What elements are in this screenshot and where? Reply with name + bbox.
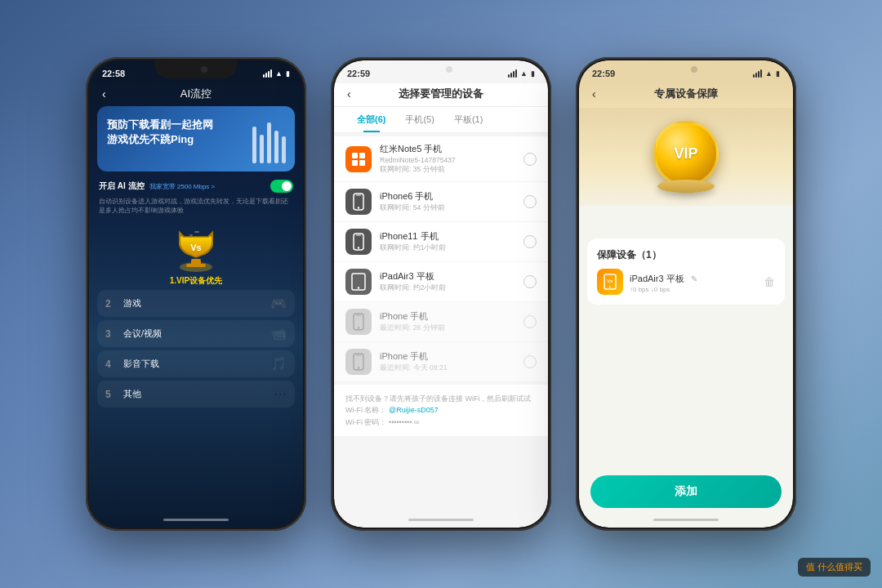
svg-point-24 [358, 327, 359, 328]
tab-phone[interactable]: 手机(5) [395, 107, 443, 132]
priority-item-3[interactable]: 4 影音下载 🎵 [97, 350, 295, 377]
priority-text-4: 其他 [123, 388, 265, 400]
time-1: 22:58 [102, 69, 125, 78]
guarantee-device-info: iPadAir3 平板 ✎ ↑0 bps ↓0 bps [630, 270, 757, 293]
svg-rect-0 [252, 127, 256, 163]
status-icons-2: ▲ ▮ [508, 69, 535, 78]
guarantee-device-name: iPadAir3 平板 ✎ [630, 270, 757, 285]
back-button-2[interactable]: ‹ [347, 87, 351, 100]
signal-icon-3 [753, 69, 762, 78]
svg-rect-13 [352, 160, 358, 166]
svg-text:Vs: Vs [190, 243, 201, 252]
signal-icon-1 [263, 69, 272, 78]
device-info-iphone6: iPhone6 手机 联网时间: 54 分钟前 [380, 190, 515, 213]
svg-rect-9 [189, 234, 193, 236]
device-name-xiaomi: 红米Note5 手机 [380, 143, 515, 155]
svg-rect-28 [356, 355, 361, 356]
priority-num-3: 4 [105, 359, 115, 370]
svg-point-27 [358, 367, 359, 368]
device-item-xiaomi[interactable]: 红米Note5 手机 RedmiNote5-147875437 联网时间: 35… [334, 136, 548, 181]
tab-tablet[interactable]: 平板(1) [444, 107, 492, 132]
home-indicator-2 [408, 519, 474, 521]
priority-item-1[interactable]: 2 游戏 🎮 [97, 290, 295, 317]
vip-coin-container: VIP [653, 121, 719, 193]
phone3-header: ‹ 专属设备保障 [579, 83, 793, 108]
device-item-iphone-off1[interactable]: iPhone 手机 最近时间: 26 分钟前 [334, 302, 548, 341]
priority-icon-1: 🎮 [270, 296, 287, 311]
toggle-row: 开启 AI 流控 我家宽带 2500 Mbps > [89, 176, 303, 196]
phone3-title: 专属设备保障 [654, 87, 718, 101]
device-info-iphone-off1: iPhone 手机 最近时间: 26 分钟前 [380, 310, 515, 333]
svg-point-30 [609, 287, 611, 288]
device-checkbox-xiaomi[interactable] [523, 153, 537, 166]
svg-rect-10 [194, 231, 199, 233]
notch-1 [155, 60, 237, 78]
device-sub2-xiaomi: 联网时间: 35 分钟前 [380, 165, 515, 175]
priority-text-1: 游戏 [123, 297, 262, 310]
device-item-iphone-off2[interactable]: iPhone 手机 最近时间: 今天 09:21 [334, 342, 548, 381]
device-item-iphone11[interactable]: iPhone11 手机 联网时间: 约1小时前 [334, 222, 548, 261]
device-list: 红米Note5 手机 RedmiNote5-147875437 联网时间: 35… [334, 133, 548, 439]
device-icon-iphone11 [345, 229, 372, 255]
phone2-screen: 22:59 ▲ ▮ ‹ 选择要管理的设备 全部(6) [334, 60, 548, 528]
device-checkbox-iphone-off1[interactable] [523, 315, 537, 328]
back-button-3[interactable]: ‹ [592, 87, 596, 100]
banner-music-icon [247, 118, 288, 159]
tab-all[interactable]: 全部(6) [347, 107, 395, 132]
svg-rect-20 [356, 235, 361, 236]
signal-icon-2 [508, 69, 517, 78]
phone-3: 22:59 ▲ ▮ ‹ 专属设备保障 [576, 57, 796, 531]
device-sub-iphone11: 联网时间: 约1小时前 [380, 243, 515, 253]
device-checkbox-iphone-off2[interactable] [523, 355, 537, 368]
home-indicator-3 [653, 519, 719, 521]
device-info-iphone11: iPhone11 手机 联网时间: 约1小时前 [380, 230, 515, 253]
device-info-iphone-off2: iPhone 手机 最近时间: 今天 09:21 [380, 350, 515, 373]
svg-rect-4 [282, 136, 286, 163]
notch-2 [400, 60, 482, 78]
priority-item-2[interactable]: 3 会议/视频 📹 [97, 320, 295, 347]
device-checkbox-iphone6[interactable] [523, 195, 537, 208]
battery-icon-3: ▮ [776, 69, 780, 78]
delete-button[interactable]: 🗑 [764, 275, 775, 288]
priority-text-3: 影音下载 [123, 358, 262, 370]
device-item-iphone6[interactable]: iPhone6 手机 联网时间: 54 分钟前 [334, 182, 548, 221]
edit-icon[interactable]: ✎ [691, 274, 697, 283]
svg-rect-14 [359, 160, 365, 166]
device-sub1-xiaomi: RedmiNote5-147875437 [380, 156, 515, 164]
svg-rect-2 [267, 122, 271, 163]
priority-num-2: 3 [105, 328, 115, 340]
device-checkbox-iphone11[interactable] [523, 235, 537, 248]
footer-pass-label: Wi-Fi 密码： [345, 418, 387, 426]
back-button-1[interactable]: ‹ [102, 87, 106, 100]
vip-hero-section: VIP [579, 108, 793, 206]
device-name-iphone11: iPhone11 手机 [380, 230, 515, 243]
svg-rect-7 [186, 264, 206, 267]
home-indicator-1 [163, 519, 229, 521]
toggle-label: 开启 AI 流控 [99, 180, 145, 192]
svg-rect-11 [352, 153, 358, 158]
priority-icon-2: 📹 [270, 326, 287, 341]
device-footer: 找不到设备？请先将孩子的设备连接 WiFi，然后刷新试试 Wi-Fi 名称： @… [334, 385, 548, 436]
guarantee-title: 保障设备（1） [597, 248, 775, 262]
wifi-icon-2: ▲ [520, 69, 528, 78]
ai-toggle[interactable] [270, 180, 293, 193]
toggle-sub: 我家宽带 2500 Mbps > [149, 182, 265, 191]
vip-coin-label: VIP [674, 145, 697, 163]
device-icon-iphone6 [345, 189, 372, 215]
priority-text-2: 会议/视频 [123, 327, 262, 340]
phone1-screen: 22:58 ▲ ▮ ‹ AI流控 预防下载看剧 [89, 60, 303, 528]
device-item-ipad[interactable]: iPadAir3 平板 联网时间: 约2小时前 [334, 262, 548, 301]
device-sub-iphone6: 联网时间: 54 分钟前 [380, 203, 515, 213]
add-device-button[interactable]: 添加 [590, 475, 782, 508]
svg-rect-3 [274, 131, 278, 163]
svg-point-16 [358, 207, 359, 208]
phone1-title: AI流控 [180, 87, 212, 101]
svg-text:Vs: Vs [607, 278, 613, 283]
device-sub-iphone-off2: 最近时间: 今天 09:21 [380, 363, 515, 373]
footer-wifi-name: Wi-Fi 名称： @Ruijie-sD057 [345, 404, 537, 416]
svg-rect-25 [356, 315, 361, 316]
camera-1 [201, 66, 207, 73]
device-checkbox-ipad[interactable] [523, 275, 537, 288]
priority-icon-3: 🎵 [270, 356, 287, 372]
priority-item-4[interactable]: 5 其他 ⋯ [97, 381, 295, 408]
